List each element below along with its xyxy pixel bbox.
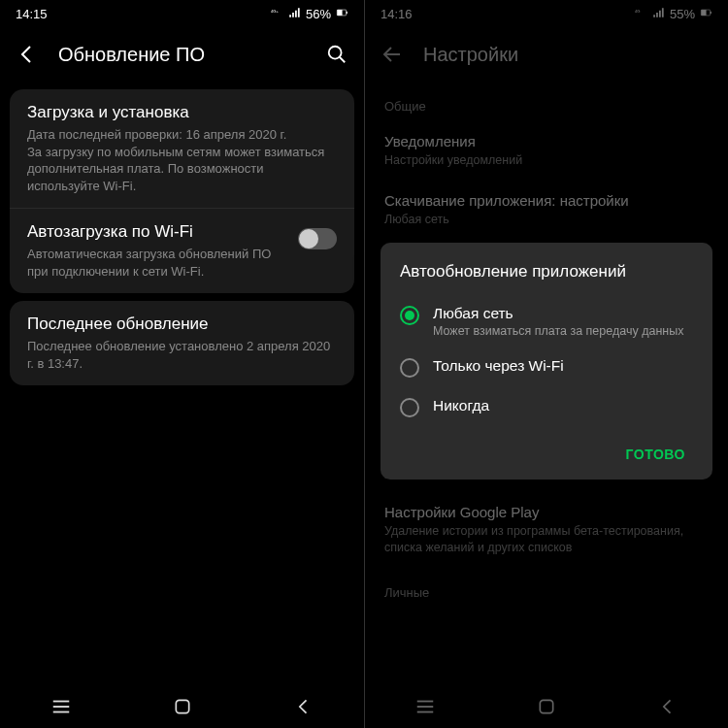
- search-button[interactable]: [317, 35, 356, 74]
- content: Загрузка и установка Дата последней пров…: [0, 82, 364, 685]
- svg-rect-3: [347, 11, 347, 13]
- navbar: [0, 685, 364, 728]
- radio-icon: [400, 398, 419, 417]
- nav-recents[interactable]: [32, 693, 90, 720]
- option-desc: Может взиматься плата за передачу данных: [433, 324, 693, 338]
- svg-point-4: [329, 47, 342, 59]
- battery-text: 56%: [306, 7, 331, 21]
- item-primary: Автозагрузка по Wi-Fi: [27, 222, 286, 242]
- option-label: Только через Wi-Fi: [433, 357, 693, 375]
- signal-icon: [288, 6, 302, 22]
- svg-line-5: [340, 57, 346, 63]
- settings-card-2: Последнее обновление Последнее обновлени…: [10, 301, 354, 385]
- nav-home[interactable]: [153, 693, 212, 720]
- phone-right: 14:16 4G 55% Настройки Общие Уведомления…: [364, 0, 728, 728]
- item-secondary: Автоматическая загрузка обновлений ПО пр…: [27, 246, 286, 280]
- network-icon: 4G+: [271, 6, 284, 22]
- dialog-option-never[interactable]: Никогда: [400, 387, 693, 427]
- item-auto-download-wifi[interactable]: Автозагрузка по Wi-Fi Автоматическая заг…: [10, 208, 354, 293]
- status-indicators: 4G+ 56%: [271, 6, 348, 22]
- option-label: Любая сеть: [433, 305, 693, 322]
- status-time: 14:15: [16, 7, 48, 21]
- svg-rect-9: [176, 700, 188, 712]
- item-secondary: Последнее обновление установлено 2 апрел…: [27, 338, 337, 372]
- item-primary: Последнее обновление: [27, 314, 337, 334]
- toggle-auto-download[interactable]: [298, 228, 337, 249]
- dialog-title: Автообновление приложений: [400, 262, 693, 281]
- nav-back[interactable]: [275, 693, 333, 720]
- item-last-update[interactable]: Последнее обновление Последнее обновлени…: [10, 301, 354, 385]
- dialog-done-button[interactable]: ГОТОВО: [618, 437, 693, 472]
- dialog-option-wifi-only[interactable]: Только через Wi-Fi: [400, 347, 693, 387]
- dialog-actions: ГОТОВО: [400, 437, 693, 472]
- settings-card-1: Загрузка и установка Дата последней пров…: [10, 89, 354, 293]
- battery-icon: [335, 6, 348, 22]
- radio-icon: [400, 358, 419, 378]
- back-button[interactable]: [8, 35, 47, 74]
- radio-icon: [400, 306, 419, 325]
- dialog-auto-update: Автообновление приложений Любая сеть Мож…: [381, 243, 712, 480]
- item-secondary: Дата последней проверки: 16 апреля 2020 …: [27, 126, 337, 194]
- appbar: Обновление ПО: [0, 27, 364, 82]
- dialog-option-any-network[interactable]: Любая сеть Может взиматься плата за пере…: [400, 295, 693, 347]
- item-primary: Загрузка и установка: [27, 103, 337, 122]
- option-label: Никогда: [433, 397, 693, 414]
- phone-left: 14:15 4G+ 56% Обновление ПО Загрузка и у…: [0, 0, 364, 728]
- svg-rect-2: [337, 10, 342, 16]
- svg-text:4G+: 4G+: [271, 9, 279, 14]
- page-title: Обновление ПО: [58, 44, 306, 66]
- item-download-install[interactable]: Загрузка и установка Дата последней пров…: [10, 89, 354, 208]
- statusbar: 14:15 4G+ 56%: [0, 0, 364, 27]
